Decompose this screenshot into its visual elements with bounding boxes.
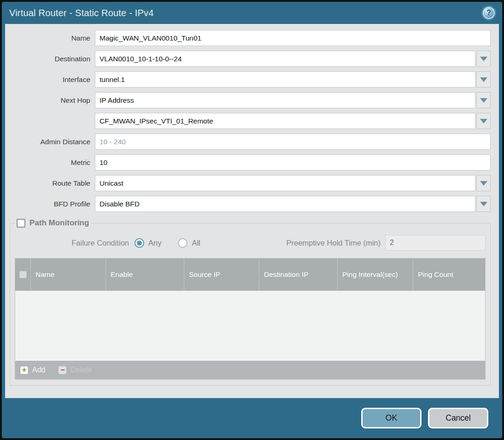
bfd-profile-input[interactable] [95, 196, 475, 212]
next-hop-address-row [10, 113, 491, 129]
interface-input[interactable] [95, 71, 475, 88]
metric-label: Metric [10, 158, 95, 167]
screenshot-frame: Virtual Router - Static Route - IPv4 ? N… [0, 0, 504, 440]
admin-distance-input[interactable] [95, 134, 491, 150]
destination-row: Destination [10, 51, 491, 67]
dialog-titlebar: Virtual Router - Static Route - IPv4 ? [2, 2, 502, 24]
route-table-row: Route Table [10, 175, 491, 191]
minus-icon: − [58, 366, 67, 375]
destination-input[interactable] [95, 51, 475, 67]
plus-icon: + [20, 366, 29, 375]
preemptive-hold-time-input [385, 235, 486, 251]
chevron-down-icon [480, 57, 487, 61]
add-button-label: Add [32, 366, 45, 374]
interface-label: Interface [10, 76, 95, 84]
column-header-enable[interactable]: Enable [106, 258, 184, 291]
admin-distance-label: Admin Distance [10, 138, 95, 146]
name-row: Name [10, 30, 491, 46]
failure-condition-any[interactable]: Any [135, 238, 161, 248]
route-table-input[interactable] [95, 175, 475, 191]
path-monitoring-legend: Path Monitoring [16, 218, 92, 228]
chevron-down-icon [480, 119, 487, 123]
failure-condition-all[interactable]: All [178, 238, 200, 248]
path-monitoring-table: Name Enable Source IP Destination IP Pin… [15, 258, 486, 380]
name-input[interactable] [95, 30, 491, 46]
cancel-button[interactable]: Cancel [428, 408, 488, 428]
dialog-footer: OK Cancel [2, 398, 502, 438]
metric-row: Metric [10, 154, 491, 170]
help-icon[interactable]: ? [483, 7, 495, 19]
static-route-dialog: Virtual Router - Static Route - IPv4 ? N… [2, 2, 502, 438]
destination-dropdown-button[interactable] [476, 51, 491, 67]
next-hop-row: Next Hop [10, 92, 491, 108]
radio-all-icon[interactable] [178, 238, 188, 248]
chevron-down-icon [480, 202, 487, 206]
radio-any-icon[interactable] [135, 238, 144, 248]
select-all-cell [15, 258, 31, 291]
column-header-name[interactable]: Name [31, 258, 106, 291]
next-hop-label: Next Hop [10, 96, 95, 105]
route-table-label: Route Table [10, 179, 95, 188]
failure-condition-row: Failure Condition Any All Preemptive Hol… [15, 235, 486, 251]
select-all-checkbox[interactable] [19, 271, 27, 278]
admin-distance-row: Admin Distance [10, 134, 491, 150]
chevron-down-icon [480, 98, 487, 103]
route-table-dropdown-button[interactable] [476, 175, 491, 191]
ok-button[interactable]: OK [361, 408, 422, 428]
path-monitoring-checkbox[interactable] [17, 219, 25, 228]
chevron-down-icon [480, 77, 487, 82]
bfd-profile-row: BFD Profile [10, 196, 491, 212]
column-header-ping-interval[interactable]: Ping Interval(sec) [338, 258, 413, 291]
delete-button-label: Delete [70, 366, 92, 374]
dialog-body: Name Destination Interface [5, 24, 499, 398]
preemptive-hold-time-group: Preemptive Hold Time (min) [287, 235, 486, 251]
table-toolbar: + Add − Delete [15, 361, 485, 379]
path-monitoring-section: Path Monitoring Failure Condition Any Al… [10, 218, 491, 386]
delete-button[interactable]: − Delete [58, 366, 92, 375]
next-hop-address-input[interactable] [95, 113, 475, 129]
interface-dropdown-button[interactable] [476, 71, 491, 88]
path-monitoring-title: Path Monitoring [29, 218, 89, 228]
destination-label: Destination [10, 55, 95, 63]
next-hop-type-input[interactable] [95, 92, 475, 108]
radio-any-label: Any [148, 239, 161, 247]
table-body-empty [15, 291, 485, 361]
radio-all-label: All [192, 239, 200, 247]
dialog-title: Virtual Router - Static Route - IPv4 [9, 8, 154, 18]
bfd-profile-label: BFD Profile [10, 200, 95, 208]
next-hop-address-dropdown-button[interactable] [476, 113, 491, 129]
preemptive-hold-time-label: Preemptive Hold Time (min) [287, 239, 381, 247]
name-label: Name [10, 34, 95, 42]
add-button[interactable]: + Add [20, 366, 45, 375]
metric-input[interactable] [95, 154, 491, 170]
failure-condition-label: Failure Condition [15, 239, 129, 247]
column-header-destination-ip[interactable]: Destination IP [259, 258, 338, 291]
table-header: Name Enable Source IP Destination IP Pin… [15, 258, 485, 291]
bfd-profile-dropdown-button[interactable] [476, 196, 491, 212]
column-header-source-ip[interactable]: Source IP [184, 258, 259, 291]
next-hop-type-dropdown-button[interactable] [476, 92, 491, 108]
chevron-down-icon [480, 181, 487, 186]
interface-row: Interface [10, 71, 491, 88]
column-header-ping-count[interactable]: Ping Count [413, 258, 485, 291]
